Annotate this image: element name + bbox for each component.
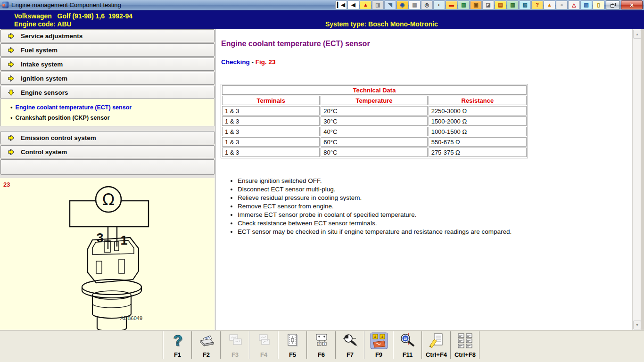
connector-plug-icon-glyph: ◪ — [486, 2, 490, 8]
component-testing-icon: 2 3 — [370, 332, 388, 349]
go-back-icon[interactable]: ◀ — [347, 0, 359, 9]
checking-link[interactable]: Checking — [221, 58, 250, 66]
table-cell: 2250-3000 Ω — [429, 106, 527, 115]
notes-button[interactable]: Ctrl+F4 — [422, 331, 451, 359]
close-button[interactable]: × — [621, 0, 643, 9]
svg-text:6: 6 — [318, 343, 320, 346]
warning-icon[interactable]: ▲ — [360, 0, 372, 9]
sidebar-item-emission-control-system[interactable]: Emission control system — [0, 131, 215, 144]
car-info-icon[interactable]: ▨ — [580, 0, 592, 9]
page-title: Engine coolant temperature (ECT) sensor — [221, 40, 370, 48]
copier-printer-icon[interactable]: ▥ — [507, 0, 519, 9]
svg-text:3: 3 — [381, 335, 383, 339]
print-button[interactable]: F2 — [192, 331, 221, 359]
instruction-item: Immerse ECT sensor probe in coolant of s… — [238, 211, 512, 219]
abs-warning-icon[interactable]: △ — [568, 0, 580, 9]
warning-icon-glyph: ▲ — [363, 2, 368, 8]
sidebar-subitem-label: Engine coolant temperature (ECT) sensor — [16, 104, 132, 111]
srs-airbag-icon[interactable]: ▲ — [544, 0, 555, 9]
arrow-right-icon — [8, 148, 15, 156]
vehicle-name: Volkswagen Golf (91-98) 1,6 1992-94 — [14, 12, 132, 20]
technical-data-globe-icon[interactable]: ◉ — [396, 0, 408, 9]
help-car-icon-glyph: ? — [536, 2, 539, 8]
pinout-icon[interactable]: ▯ — [593, 0, 604, 9]
checking-line: Checking - Fig. 23 — [221, 58, 276, 66]
scroll-up-button[interactable]: ▲ — [633, 30, 641, 39]
sidebar-item-ignition-system[interactable]: Ignition system — [0, 72, 215, 85]
app-window: Engine management Component testing ▎◀◀▲… — [0, 0, 644, 362]
wheel-tyre-icon[interactable]: ◎ — [421, 0, 433, 9]
sidebar-item-service-adjustments[interactable]: Service adjustments — [0, 29, 215, 42]
next-figure-icon — [256, 332, 272, 348]
sphere-icon[interactable]: ● — [556, 0, 568, 9]
terminal-3-label: 3 — [96, 231, 103, 245]
input-devices-icon-glyph: ▦ — [412, 2, 417, 8]
help-button[interactable]: ? ? F1 — [163, 331, 192, 359]
table-cell: 30°C — [321, 116, 427, 126]
figure-code: ADB6049 — [120, 315, 142, 321]
window-controls: × — [606, 0, 643, 9]
sidebar-item-intake-system[interactable]: Intake system — [0, 58, 215, 71]
restore-button[interactable] — [606, 0, 620, 9]
window-preview-icon[interactable]: ◨ — [372, 0, 384, 9]
bullet-icon: • — [10, 115, 13, 122]
instruction-item: Remove ECT sensor from engine. — [238, 203, 512, 210]
column-header-terminals: Terminals — [222, 96, 320, 105]
fkey-label: F7 — [347, 351, 354, 358]
fuses-relays-icon[interactable]: ▬ — [446, 0, 457, 9]
sidebar-item-fuel-system[interactable]: Fuel system — [0, 43, 215, 57]
scroll-down-button[interactable]: ▼ — [633, 321, 641, 329]
connector-plug-icon[interactable]: ◪ — [482, 0, 494, 9]
fkey-label: F11 — [403, 351, 413, 358]
fkey-label: Ctrl+F4 — [426, 351, 447, 358]
service-tools-icon[interactable]: ◥ — [384, 0, 396, 9]
connector-view-button[interactable]: 6 1 F6 — [307, 331, 336, 359]
engine-block-icon-glyph: ▣ — [473, 2, 478, 8]
window-preview-icon-glyph: ◨ — [375, 2, 380, 8]
vertical-scrollbar[interactable]: ▲ ▼ — [632, 29, 641, 330]
sidebar-item-control-system[interactable]: Control system — [0, 145, 215, 158]
sidebar-subitem-engine-coolant-temperature-ect-sensor[interactable]: •Engine coolant temperature (ECT) sensor — [1, 102, 214, 113]
sidebar-empty-row — [0, 159, 215, 175]
component-location-button[interactable]: F7 — [336, 331, 364, 359]
component-location-icon — [342, 332, 359, 349]
diagnostic-search-button[interactable]: DI F11 — [393, 331, 422, 359]
menu-lists-button[interactable]: Ctrl+F8 — [451, 331, 479, 359]
component-testing-button[interactable]: 2 3 F9 — [364, 331, 393, 359]
gears-icon[interactable]: ◐ — [433, 0, 445, 9]
arrow-down-icon — [8, 89, 15, 96]
svg-text:?: ? — [173, 332, 182, 349]
restore-icon — [611, 3, 616, 8]
sidebar-item-label: Intake system — [21, 61, 63, 68]
fkey-label: F9 — [375, 351, 382, 358]
instruction-item: ECT sensor may be checked in situ if eng… — [238, 228, 512, 236]
table-cell: 1 & 3 — [222, 116, 320, 126]
menu-lists-icon — [456, 332, 474, 349]
sidebar-subitem-crankshaft-position-ckp-sensor[interactable]: •Crankshaft position (CKP) sensor — [1, 113, 214, 123]
table-cell: 1 & 3 — [222, 148, 320, 157]
sphere-icon-glyph: ● — [560, 2, 563, 8]
table-cell: 60°C — [321, 137, 427, 147]
titlebar-icons: ▎◀◀▲◨◥◉▦◎◐▬▥▣◪▤▥▧?▲●△▨▯ — [335, 0, 604, 9]
wiring-diagram-button[interactable]: F5 — [278, 331, 307, 359]
figure-reference[interactable]: Fig. 23 — [256, 58, 276, 66]
engine-block-icon[interactable]: ▣ — [470, 0, 482, 9]
svg-text:DI: DI — [404, 337, 407, 340]
go-first-icon-glyph: ▎◀ — [337, 2, 345, 8]
table-cell: 550-675 Ω — [429, 137, 527, 147]
arrow-right-icon — [8, 134, 15, 141]
wheel-tyre-icon-glyph: ◎ — [425, 2, 429, 8]
sensor-subpanel: •Engine coolant temperature (ECT) sensor… — [0, 99, 215, 126]
car-service-icon[interactable]: ▧ — [519, 0, 531, 9]
sidebar-item-engine-sensors[interactable]: Engine sensors — [0, 86, 215, 99]
help-car-icon[interactable]: ? — [531, 0, 543, 9]
component-testing-icon[interactable]: ▤ — [495, 0, 506, 9]
table-row: 1 & 340°C1000-1500 Ω — [222, 127, 527, 136]
go-first-icon[interactable]: ▎◀ — [335, 0, 347, 9]
notes-icon — [428, 332, 445, 349]
content-panel: Engine coolant temperature (ECT) sensor … — [215, 29, 632, 330]
lift-hoist-icon[interactable]: ▥ — [458, 0, 470, 9]
copier-printer-icon-glyph: ▥ — [510, 2, 515, 8]
input-devices-icon[interactable]: ▦ — [409, 0, 421, 9]
table-cell: 1500-2000 Ω — [429, 116, 527, 126]
